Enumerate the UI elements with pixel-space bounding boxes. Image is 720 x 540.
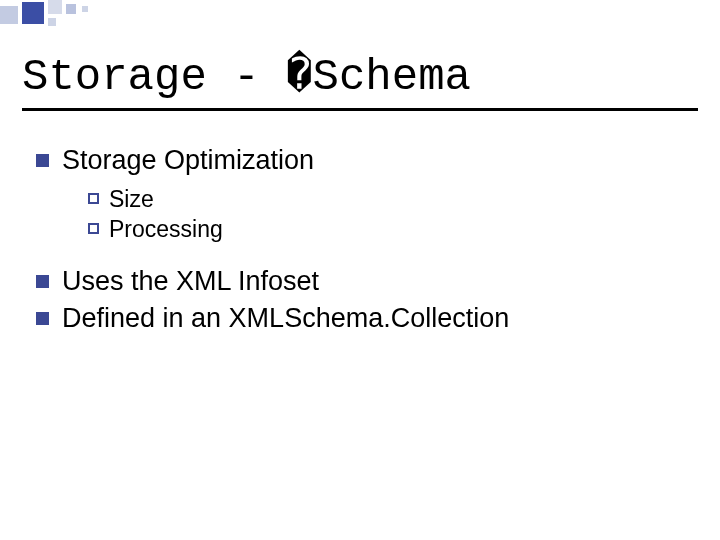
list-item-text: Storage Optimization: [62, 145, 314, 176]
sub-list-item-text: Processing: [109, 216, 223, 243]
list-item: Storage Optimization: [36, 145, 698, 176]
slide-body: Storage Optimization Size Processing Use…: [22, 111, 698, 334]
hollow-square-bullet-icon: [88, 223, 99, 234]
hollow-square-bullet-icon: [88, 193, 99, 204]
square-bullet-icon: [36, 312, 49, 325]
deco-square: [48, 18, 56, 26]
sub-list: Size Processing: [36, 182, 698, 266]
corner-decoration: [0, 0, 130, 30]
slide-content: Storage - �Schema Storage Optimization S…: [22, 48, 698, 340]
list-item-text: Defined in an XMLSchema.Collection: [62, 303, 509, 334]
sub-list-item-text: Size: [109, 186, 154, 213]
sub-list-item: Size: [88, 186, 698, 213]
deco-square: [48, 0, 62, 14]
deco-square: [82, 6, 88, 12]
deco-square: [22, 2, 44, 24]
square-bullet-icon: [36, 275, 49, 288]
list-item: Uses the XML Infoset: [36, 266, 698, 297]
deco-square: [66, 4, 76, 14]
slide-title: Storage - �Schema: [22, 48, 698, 111]
list-item: Defined in an XMLSchema.Collection: [36, 303, 698, 334]
sub-list-item: Processing: [88, 216, 698, 243]
deco-square: [0, 6, 18, 24]
square-bullet-icon: [36, 154, 49, 167]
list-item-text: Uses the XML Infoset: [62, 266, 319, 297]
